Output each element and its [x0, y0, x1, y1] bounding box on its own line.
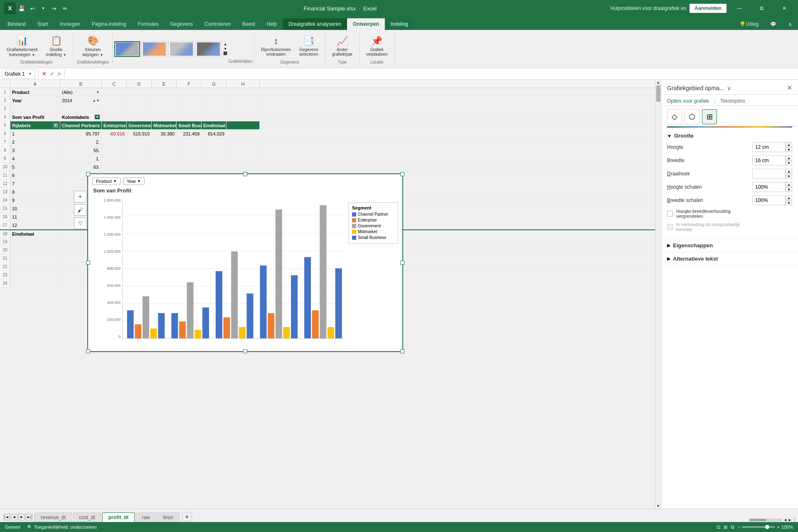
row-num-24[interactable]: 24 [0, 279, 10, 287]
row-num-7[interactable]: 7 [0, 138, 10, 146]
breedte-down[interactable]: ▼ [786, 160, 792, 165]
bar[interactable] [171, 313, 178, 338]
cell-H10[interactable] [227, 163, 260, 171]
tab-gegevens[interactable]: Gegevens [165, 18, 199, 30]
add-element-btn[interactable]: + [74, 191, 86, 202]
hoogte-down[interactable]: ▼ [786, 147, 792, 152]
view-page-btn[interactable]: ⊟ [731, 525, 734, 530]
bar[interactable] [224, 317, 230, 338]
cell-B5[interactable]: Channel Partners [60, 121, 102, 129]
minimize-button[interactable]: — [730, 0, 749, 17]
cell-E4[interactable] [152, 113, 177, 121]
vertical-scrollbar[interactable]: ▲ ▼ [655, 80, 661, 509]
add-sheet-btn[interactable]: + [182, 512, 192, 521]
resize-handle-se[interactable] [400, 349, 404, 353]
cell-E2[interactable] [152, 96, 177, 104]
style-scroll-more[interactable]: ⬛ [222, 52, 228, 55]
cell-C9[interactable] [102, 155, 127, 163]
ander-grafiektype-btn[interactable]: 📈 Andergrafiektype [329, 33, 356, 59]
bar[interactable] [268, 313, 274, 338]
cell-F1[interactable] [177, 88, 202, 96]
redo-qat-btn[interactable]: ↪ [49, 3, 59, 13]
tab-start[interactable]: Start [32, 18, 54, 30]
panel-tab-opties[interactable]: Opties voor grafiek [667, 98, 709, 104]
row-num-3[interactable]: 3 [0, 105, 10, 113]
row-num-6[interactable]: 6 [0, 130, 10, 138]
bar[interactable] [312, 310, 319, 338]
bar[interactable] [335, 268, 342, 339]
zoom-slider[interactable] [742, 526, 775, 528]
cell-D8[interactable] [127, 146, 152, 154]
cell-C8[interactable] [102, 146, 127, 154]
cell-F10[interactable] [177, 163, 202, 171]
sheet-options-btn[interactable]: ⋮ [793, 518, 796, 522]
breedte-schalen-value[interactable]: 100% [752, 195, 786, 205]
bar[interactable] [143, 296, 149, 338]
col-header-C[interactable]: C [102, 80, 127, 88]
row-num-14[interactable]: 14 [0, 196, 10, 204]
sheet-scroll-track[interactable] [749, 519, 783, 521]
cell-A22[interactable] [10, 263, 60, 271]
product-filter-btn[interactable]: Product ▼ [92, 177, 121, 185]
cell-F3[interactable] [177, 105, 202, 113]
brush-btn[interactable]: ▽ [74, 217, 86, 229]
cell-A19[interactable] [10, 238, 60, 246]
bar[interactable] [150, 328, 157, 338]
cell-F7[interactable] [177, 138, 202, 146]
sheet-nav-prev[interactable]: ◄ [11, 514, 17, 520]
cell-G4[interactable] [202, 113, 227, 121]
tab-invoegen[interactable]: Invoegen [54, 18, 86, 30]
sheet-scroll-left[interactable]: ◄ [783, 518, 787, 522]
cell-G3[interactable] [202, 105, 227, 113]
row-num-18[interactable]: 18 [0, 230, 10, 237]
cell-A21[interactable] [10, 254, 60, 262]
bar[interactable] [328, 327, 334, 338]
sheet-tab-cost[interactable]: cost_dt [73, 512, 101, 522]
cell-F8[interactable] [177, 146, 202, 154]
cell-A4[interactable]: Som van Profit [10, 113, 60, 121]
filter-btn[interactable]: 🖌 [74, 204, 86, 216]
col-header-E[interactable]: E [152, 80, 177, 88]
cell-D5[interactable]: Government [127, 121, 152, 129]
cell-C4[interactable] [102, 113, 127, 121]
gegevens-selecteren-btn[interactable]: 📑 Gegevensselecteren [296, 33, 322, 59]
formula-input[interactable] [68, 69, 796, 79]
panel-icon-grid[interactable]: ⊞ [702, 109, 717, 124]
cell-H4[interactable] [227, 113, 260, 121]
cell-B3[interactable] [60, 105, 102, 113]
row-num-5[interactable]: 5 [0, 121, 10, 129]
view-layout-btn[interactable]: ⊞ [724, 525, 727, 530]
name-box-arrow[interactable]: ▼ [28, 72, 32, 76]
cell-H9[interactable] [227, 155, 260, 163]
cell-A1[interactable]: Product [10, 88, 60, 96]
sheet-tab-raw[interactable]: raw [135, 512, 156, 522]
tab-formules[interactable]: Formules [132, 18, 165, 30]
resize-handle-nw[interactable] [86, 172, 90, 176]
cell-A2[interactable]: Year [10, 96, 60, 104]
tab-ontwerpen[interactable]: Ontwerpen [347, 18, 385, 30]
bar[interactable] [158, 313, 165, 338]
grafiek-verplaatsen-btn[interactable]: 📌 Grafiekverplaatsen [363, 33, 391, 59]
bar[interactable] [127, 310, 134, 338]
col-header-H[interactable]: H [227, 80, 260, 88]
save-qat-btn[interactable]: 💾 [17, 3, 27, 13]
cell-H7[interactable] [227, 138, 260, 146]
style-thumb-3[interactable] [168, 41, 194, 57]
anmelden-button[interactable]: Aanmelden [690, 4, 727, 13]
cell-E10[interactable] [152, 163, 177, 171]
cell-G10[interactable] [202, 163, 227, 171]
row-num-12[interactable]: 12 [0, 180, 10, 187]
cell-H3[interactable] [227, 105, 260, 113]
cell-A11[interactable]: 6 [10, 171, 60, 179]
cell-E9[interactable] [152, 155, 177, 163]
tab-bestand[interactable]: Bestand [2, 18, 32, 30]
tab-controleren[interactable]: Controleren [199, 18, 236, 30]
sheet-scroll-right[interactable]: ► [788, 518, 792, 522]
view-normal-btn[interactable]: ⊡ [717, 525, 720, 530]
cell-F6[interactable]: 231.458 [177, 130, 202, 138]
insert-function-icon[interactable]: 𝑓𝑥 [58, 71, 61, 77]
cell-D10[interactable] [127, 163, 152, 171]
row-num-20[interactable]: 20 [0, 246, 10, 254]
row-num-9[interactable]: 9 [0, 155, 10, 163]
resize-handle-w[interactable] [86, 261, 90, 265]
